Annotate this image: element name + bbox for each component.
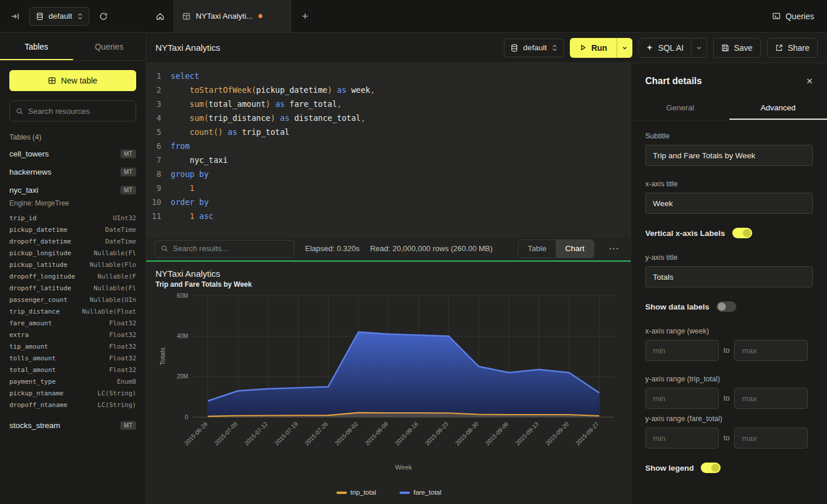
svg-text:2015-07-26: 2015-07-26 [303,420,329,447]
svg-text:2015-07-19: 2015-07-19 [274,420,299,447]
tab-advanced[interactable]: Advanced [729,96,827,120]
xaxis-range-max-input[interactable] [734,340,808,361]
sidebar-tabs: Tables Queries [0,33,146,61]
yaxis-range-trip-max-input[interactable] [734,388,808,409]
database-selector-topbar[interactable]: default [29,7,89,26]
svg-text:2015-09-13: 2015-09-13 [514,420,540,447]
sql-ai-button[interactable]: SQL AI [639,39,691,57]
query-tab[interactable]: NYTaxi Analyti... [174,0,291,32]
view-chart-button[interactable]: Chart [556,240,594,258]
refresh-icon[interactable] [95,8,112,25]
show-legend-toggle[interactable] [701,463,721,473]
queries-icon [772,12,781,20]
show-legend-label: Show legend [645,464,694,472]
subtitle-input[interactable] [645,145,813,166]
column-row: trip_distanceNullable(Float [0,305,146,317]
svg-text:2015-09-20: 2015-09-20 [544,420,570,447]
show-data-labels-label: Show data labels [645,303,710,311]
sql-ai-button-group: SQL AI [638,38,707,58]
share-button-label: Share [788,43,809,53]
search-results-input[interactable] [173,244,288,253]
toggle-knob [718,303,726,311]
subtitle-label: Subtitle [645,132,813,140]
svg-text:fare_total: fare_total [413,488,441,496]
save-icon [721,44,729,52]
column-row: pickup_ntanameLC(String) [0,387,146,399]
yaxis-range-fare-max-input[interactable] [734,427,808,449]
column-row: passenger_countNullable(UIn [0,294,146,305]
svg-text:2015-08-16: 2015-08-16 [394,420,420,447]
home-icon [155,12,165,21]
column-row: trip_idUInt32 [0,212,146,224]
show-data-labels-toggle[interactable] [717,301,736,312]
column-row: pickup_latitudeNullable(Flo [0,259,146,270]
table-item[interactable]: stocks_streamMT [0,416,146,435]
panel-tabs: General Advanced [631,96,827,120]
new-tab-button[interactable]: + [291,0,319,32]
collapse-sidebar-icon[interactable] [7,8,23,25]
column-row: fare_amountFloat32 [0,317,146,329]
view-table-button[interactable]: Table [518,240,556,258]
top-bar: default NYTaxi Analyti... + Queries [0,0,827,33]
yaxis-range-trip-min-input[interactable] [645,388,719,409]
xaxis-range-min-input[interactable] [645,340,719,361]
sql-ai-button-label: SQL AI [658,43,684,53]
more-options-button[interactable]: ⋯ [605,242,622,255]
chevron-updown-icon [77,12,83,20]
svg-text:2015-09-27: 2015-09-27 [575,420,600,447]
sidebar-tab-tables[interactable]: Tables [0,33,73,60]
database-selector-query[interactable]: default [504,39,564,57]
tables-list: cell_towersMThackernewsMTnyc_taxiMTEngin… [0,145,146,435]
vertical-xaxis-labels-toggle[interactable] [732,228,752,238]
close-icon[interactable]: ✕ [806,77,813,86]
table-item[interactable]: hackernewsMT [0,163,146,181]
table-item[interactable]: nyc_taxiMT [0,181,146,199]
sidebar-tab-queries[interactable]: Queries [73,33,146,60]
save-button[interactable]: Save [713,38,761,58]
app-body: Tables Queries New table Tables (4) cell… [0,33,827,504]
yaxis-range-trip-label: y-axis range (trip_total) [645,375,813,383]
sparkle-icon [646,44,653,51]
main-body: 1select2 toStartOfWeek(pickup_datetime) … [146,63,827,504]
database-selector-value: default [523,43,547,52]
svg-text:40M: 40M [177,333,188,339]
table-icon [182,12,191,20]
xaxis-title-label: x-axis title [645,180,813,188]
share-icon [775,44,783,52]
svg-text:2015-09-06: 2015-09-06 [484,420,510,447]
save-button-label: Save [734,43,753,53]
queries-button[interactable]: Queries [772,0,814,32]
run-options-button[interactable] [617,38,632,58]
column-row: dropoff_longitudeNullable(F [0,270,146,282]
sidebar-search [9,100,136,121]
engine-badge: MT [120,421,136,430]
column-row: payment_typeEnum8 [0,376,146,387]
table-engine: Engine: MergeTree [0,199,146,212]
search-resources-input[interactable] [28,107,130,116]
sql-ai-options-button[interactable] [691,39,707,57]
vertical-xaxis-labels-label: Vertical x-axis Labels [645,229,725,238]
xaxis-title-input[interactable] [645,193,813,214]
run-button-group: Run [570,38,632,58]
new-table-button[interactable]: New table [9,70,136,91]
database-icon [510,44,518,52]
table-item[interactable]: cell_towersMT [0,145,146,163]
yaxis-range-fare-min-input[interactable] [645,427,719,449]
area-chart: 020M40M60M2015-06-282015-07-052015-07-12… [155,290,621,499]
svg-text:2015-08-30: 2015-08-30 [454,420,480,447]
tab-general[interactable]: General [631,96,729,120]
run-button-label: Run [591,43,607,53]
main-area: NYTaxi Analytics default Run [146,33,827,504]
new-table-label: New table [61,76,97,85]
sql-editor[interactable]: 1select2 toStartOfWeek(pickup_datetime) … [146,63,631,236]
share-button[interactable]: Share [767,38,818,58]
search-icon [161,245,168,252]
database-selector-value: default [49,12,72,20]
home-tab[interactable] [146,0,174,32]
yaxis-title-input[interactable] [645,266,813,287]
run-button[interactable]: Run [570,38,617,58]
column-row: tolls_amountFloat32 [0,352,146,364]
unsaved-dot-icon [258,14,262,18]
column-row: pickup_longitudeNullable(Fl [0,247,146,259]
column-row: dropoff_datetimeDateTime [0,235,146,247]
